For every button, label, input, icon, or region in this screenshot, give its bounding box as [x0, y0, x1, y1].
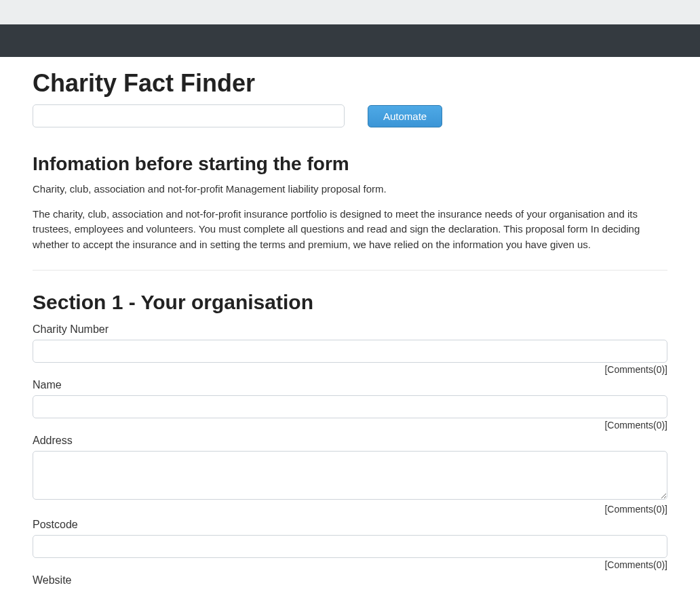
page-title: Charity Fact Finder	[33, 69, 667, 98]
name-input[interactable]	[33, 395, 667, 418]
charity-number-input[interactable]	[33, 340, 667, 363]
form-group-name: Name [Comments(0)]	[33, 379, 667, 431]
website-label: Website	[33, 574, 667, 586]
name-label: Name	[33, 379, 667, 391]
postcode-input[interactable]	[33, 535, 667, 558]
automate-button[interactable]: Automate	[368, 105, 442, 127]
divider	[33, 270, 667, 271]
address-input[interactable]	[33, 451, 667, 500]
form-group-charity-number: Charity Number [Comments(0)]	[33, 323, 667, 375]
info-heading: Infomation before starting the form	[33, 153, 667, 175]
form-group-postcode: Postcode [Comments(0)]	[33, 519, 667, 570]
address-comments-link[interactable]: [Comments(0)]	[33, 504, 667, 515]
top-header-bar	[0, 0, 700, 24]
form-group-address: Address [Comments(0)]	[33, 435, 667, 515]
postcode-label: Postcode	[33, 519, 667, 531]
info-paragraph-2: The charity, club, association and not-f…	[33, 207, 667, 253]
address-label: Address	[33, 435, 667, 447]
section-1-heading: Section 1 - Your organisation	[33, 291, 667, 314]
postcode-comments-link[interactable]: [Comments(0)]	[33, 559, 667, 570]
nav-bar	[0, 24, 700, 57]
charity-number-label: Charity Number	[33, 323, 667, 336]
search-row: Automate	[33, 104, 667, 127]
form-group-website: Website	[33, 574, 667, 586]
charity-number-comments-link[interactable]: [Comments(0)]	[33, 364, 667, 375]
charity-search-input[interactable]	[33, 104, 345, 127]
name-comments-link[interactable]: [Comments(0)]	[33, 420, 667, 431]
info-paragraph-1: Charity, club, association and not-for-p…	[33, 182, 667, 197]
